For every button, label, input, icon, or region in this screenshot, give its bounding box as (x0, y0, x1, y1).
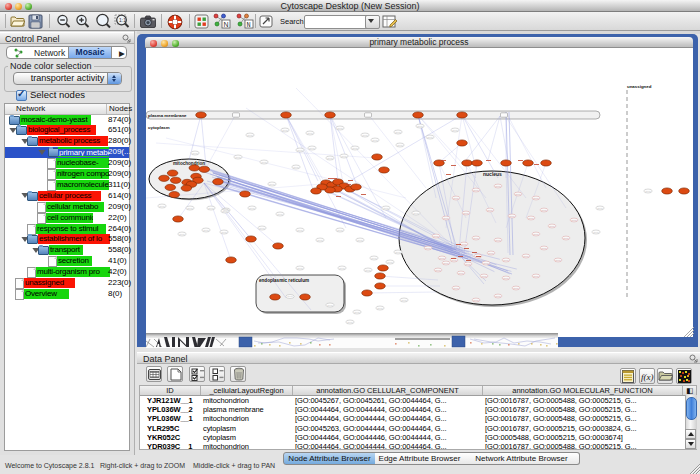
svg-text:[xx-x]: [xx-x] (496, 239, 501, 241)
svg-text:[xx-x]: [xx-x] (222, 231, 227, 233)
svg-text:[xx-x]: [xx-x] (388, 261, 393, 263)
svg-text:[xx-x]: [xx-x] (440, 257, 445, 259)
svg-text:[xx-x]: [xx-x] (474, 299, 479, 301)
svg-text:[xx-x]: [xx-x] (288, 295, 293, 297)
svg-text:[xx-x]: [xx-x] (340, 267, 345, 269)
svg-text:[xx-x]: [xx-x] (372, 257, 377, 259)
svg-text:[xx-x]: [xx-x] (188, 207, 193, 209)
svg-text:endoplasmic reticulum: endoplasmic reticulum (259, 278, 309, 283)
svg-text:[xx-x]: [xx-x] (524, 255, 529, 257)
svg-text:plasma membrane: plasma membrane (148, 113, 187, 118)
svg-text:[xx-x]: [xx-x] (338, 127, 343, 129)
svg-text:[xx-x]: [xx-x] (453, 129, 458, 131)
svg-text:[xx-x]: [xx-x] (193, 152, 198, 154)
svg-text:[xx-x]: [xx-x] (466, 263, 471, 265)
svg-text:[xx-x]: [xx-x] (414, 212, 419, 214)
svg-text:N: N (247, 21, 251, 29)
svg-text:[xx-x]: [xx-x] (328, 304, 333, 306)
svg-text:[xx-x]: [xx-x] (248, 134, 253, 136)
svg-text:[xx-x]: [xx-x] (594, 231, 599, 233)
svg-text:unassigned: unassigned (627, 84, 652, 89)
svg-text:[xx-x]: [xx-x] (310, 147, 315, 149)
svg-text:[xx-x]: [xx-x] (436, 269, 441, 271)
svg-text:[xx-x]: [xx-x] (434, 235, 439, 237)
svg-text:[xx-x]: [xx-x] (534, 275, 539, 277)
svg-text:[xx-x]: [xx-x] (542, 209, 547, 211)
svg-text:[xx-x]: [xx-x] (378, 307, 383, 309)
svg-text:[xx-x]: [xx-x] (223, 210, 228, 212)
svg-text:[xx-x]: [xx-x] (363, 134, 368, 136)
svg-text:[xx-x]: [xx-x] (396, 251, 401, 253)
svg-text:[xx-x]: [xx-x] (474, 189, 479, 191)
svg-text:[xx-x]: [xx-x] (398, 144, 403, 146)
svg-text:[xx-x]: [xx-x] (459, 272, 464, 274)
svg-text:[xx-x]: [xx-x] (488, 209, 493, 211)
svg-text:[xx-x]: [xx-x] (496, 295, 501, 297)
svg-text:nucleus: nucleus (483, 171, 502, 177)
svg-text:[xx-x]: [xx-x] (454, 197, 459, 199)
svg-text:[xx-x]: [xx-x] (454, 287, 459, 289)
svg-text:[xx-x]: [xx-x] (474, 237, 479, 239)
svg-text:[xx-x]: [xx-x] (426, 247, 431, 249)
svg-text:[xx-x]: [xx-x] (452, 259, 457, 261)
svg-text:[xx-x]: [xx-x] (556, 259, 561, 261)
svg-text:[xx-x]: [xx-x] (348, 321, 353, 323)
svg-text:[xx-x]: [xx-x] (542, 247, 547, 249)
svg-text:[xx-x]: [xx-x] (496, 185, 501, 187)
svg-text:[xx-x]: [xx-x] (328, 157, 333, 159)
svg-text:[xx-x]: [xx-x] (534, 197, 539, 199)
svg-text:[xx-x]: [xx-x] (489, 252, 494, 254)
svg-text:[xx-x]: [xx-x] (366, 269, 371, 271)
svg-text:[xx-x]: [xx-x] (338, 229, 343, 231)
svg-text:[xx-x]: [xx-x] (484, 262, 489, 264)
svg-text:[xx-x]: [xx-x] (270, 183, 275, 185)
svg-text:cytoplasm: cytoplasm (148, 125, 170, 130)
svg-text:[xx-x]: [xx-x] (318, 239, 323, 241)
svg-text:[xx-x]: [xx-x] (262, 161, 267, 163)
svg-text:f(x): f(x) (641, 372, 654, 382)
svg-text:[xx-x]: [xx-x] (418, 125, 423, 127)
svg-text:[xx-x]: [xx-x] (529, 217, 534, 219)
svg-text:1:1: 1:1 (119, 17, 126, 23)
svg-text:[xx-x]: [xx-x] (160, 205, 165, 207)
svg-text:[xx-x]: [xx-x] (510, 215, 515, 217)
svg-text:[xx-x]: [xx-x] (260, 227, 265, 229)
svg-text:[xx-x]: [xx-x] (572, 219, 577, 221)
svg-text:[xx-x]: [xx-x] (298, 229, 303, 231)
svg-text:[xx-x]: [xx-x] (283, 129, 288, 131)
svg-text:[xx-x]: [xx-x] (598, 207, 603, 209)
svg-text:[xx-x]: [xx-x] (355, 311, 360, 313)
svg-text:[xx-x]: [xx-x] (564, 237, 569, 239)
svg-text:[xx-x]: [xx-x] (342, 155, 347, 157)
svg-text:[xx-x]: [xx-x] (308, 132, 313, 134)
svg-text:[xx-x]: [xx-x] (373, 139, 378, 141)
svg-text:N: N (224, 21, 229, 28)
svg-text:[xx-x]: [xx-x] (402, 299, 407, 301)
svg-text:[xx-x]: [xx-x] (444, 262, 449, 264)
svg-text:[xx-x]: [xx-x] (298, 149, 303, 151)
svg-text:[xx-x]: [xx-x] (646, 190, 651, 192)
svg-text:[xx-x]: [xx-x] (428, 136, 433, 138)
svg-text:[xx-x]: [xx-x] (204, 229, 209, 231)
svg-text:[xx-x]: [xx-x] (462, 243, 467, 245)
svg-text:[xx-x]: [xx-x] (209, 207, 214, 209)
svg-text:[xx-x]: [xx-x] (482, 275, 487, 277)
svg-text:mitochondrion: mitochondrion (173, 161, 205, 166)
svg-text:[xx-x]: [xx-x] (278, 213, 283, 215)
svg-text:[xx-x]: [xx-x] (444, 217, 449, 219)
svg-text:[xx-x]: [xx-x] (358, 239, 363, 241)
svg-text:[xx-x]: [xx-x] (353, 147, 358, 149)
svg-text:[xx-x]: [xx-x] (250, 207, 255, 209)
svg-text:[xx-x]: [xx-x] (504, 259, 509, 261)
svg-text:[xx-x]: [xx-x] (534, 233, 539, 235)
svg-text:[xx-x]: [xx-x] (180, 233, 185, 235)
svg-text:[xx-x]: [xx-x] (298, 267, 303, 269)
svg-text:[xx-x]: [xx-x] (294, 166, 299, 168)
svg-text:[xx-x]: [xx-x] (384, 207, 389, 209)
svg-text:[xx-x]: [xx-x] (504, 277, 509, 279)
svg-text:[xx-x]: [xx-x] (550, 225, 555, 227)
svg-text:[xx-x]: [xx-x] (464, 212, 469, 214)
svg-text:[xx-x]: [xx-x] (236, 156, 241, 158)
svg-text:[xx-x]: [xx-x] (396, 131, 401, 133)
svg-text:[xx-x]: [xx-x] (516, 193, 521, 195)
